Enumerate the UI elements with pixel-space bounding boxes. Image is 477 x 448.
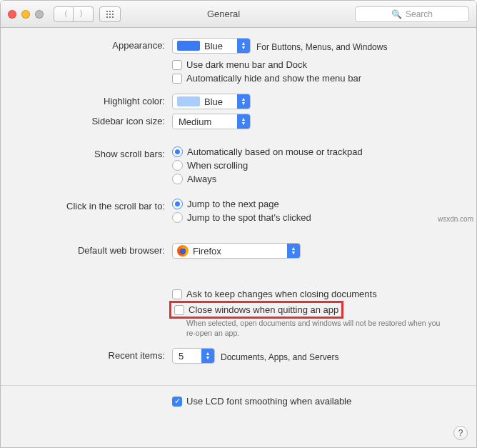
minimize-icon[interactable] <box>21 10 30 19</box>
appearance-label: Appearance: <box>22 38 172 51</box>
content: Appearance: Blue ▲▼ For Buttons, Menus, … <box>1 28 476 421</box>
clickscroll-spot-radio[interactable] <box>172 212 183 223</box>
appearance-value: Blue <box>200 41 237 51</box>
chevron-updown-icon: ▲▼ <box>237 39 250 53</box>
appearance-swatch <box>177 41 200 51</box>
dark-menu-checkbox[interactable] <box>172 60 182 70</box>
highlight-value: Blue <box>200 96 237 107</box>
recent-label: Recent items: <box>22 348 172 361</box>
preferences-window: 〈 〉 General 🔍 Search Appearance: Blue ▲▼ <box>0 0 477 448</box>
auto-hide-label: Automatically hide and show the menu bar <box>186 73 361 84</box>
chevron-updown-icon: ▲▼ <box>287 244 300 258</box>
highlight-swatch <box>177 96 200 106</box>
close-windows-label: Close windows when quitting an app <box>189 304 338 315</box>
browser-select[interactable]: Firefox ▲▼ <box>172 243 301 259</box>
sidebar-size-select[interactable]: Medium ▲▼ <box>172 114 251 129</box>
scrollbars-always-label: Always <box>187 174 216 184</box>
sidebar-label: Sidebar icon size: <box>22 114 172 126</box>
auto-hide-checkbox[interactable] <box>172 74 182 84</box>
scrollbars-scrolling-label: When scrolling <box>187 160 248 171</box>
help-button[interactable]: ? <box>453 426 468 440</box>
zoom-icon <box>35 10 44 19</box>
highlighted-option: Close windows when quitting an app <box>169 301 343 319</box>
window-controls <box>8 10 44 19</box>
scrollbars-label: Show scroll bars: <box>22 146 172 159</box>
ask-changes-checkbox[interactable] <box>172 289 182 299</box>
chevron-updown-icon: ▲▼ <box>201 349 214 363</box>
firefox-icon <box>177 245 189 257</box>
clickscroll-next-label: Jump to the next page <box>187 199 279 209</box>
browser-label: Default web browser: <box>22 243 172 256</box>
clickscroll-next-radio[interactable] <box>172 199 183 209</box>
scrollbars-always-radio[interactable] <box>172 174 183 184</box>
scrollbars-scrolling-radio[interactable] <box>172 160 183 171</box>
recent-suffix: Documents, Apps, and Servers <box>221 349 338 362</box>
clickscroll-label: Click in the scroll bar to: <box>22 199 172 211</box>
close-windows-checkbox[interactable] <box>174 305 184 315</box>
sidebar-size-value: Medium <box>173 116 237 127</box>
watermark: wsxdn.com <box>438 215 473 223</box>
recent-items-value: 5 <box>173 351 201 362</box>
separator <box>1 385 476 386</box>
highlight-select[interactable]: Blue ▲▼ <box>172 94 251 109</box>
lcd-smoothing-checkbox[interactable]: ✓ <box>172 397 182 407</box>
chevron-updown-icon: ▲▼ <box>237 114 250 129</box>
titlebar: 〈 〉 General 🔍 Search <box>1 1 476 28</box>
dark-menu-label: Use dark menu bar and Dock <box>186 59 307 70</box>
search-input[interactable]: 🔍 Search <box>355 6 469 22</box>
forward-button[interactable]: 〉 <box>74 6 94 22</box>
ask-changes-label: Ask to keep changes when closing documen… <box>186 289 377 299</box>
clickscroll-spot-label: Jump to the spot that's clicked <box>187 212 311 223</box>
chevron-updown-icon: ▲▼ <box>237 94 250 109</box>
close-icon[interactable] <box>8 10 16 19</box>
search-icon: 🔍 <box>391 9 402 19</box>
scrollbars-auto-label: Automatically based on mouse or trackpad <box>187 146 363 157</box>
window-title: General <box>98 9 349 19</box>
browser-value: Firefox <box>189 246 287 257</box>
highlight-label: Highlight color: <box>22 94 172 106</box>
search-placeholder: Search <box>406 9 433 19</box>
recent-items-select[interactable]: 5 ▲▼ <box>172 348 215 364</box>
appearance-hint: For Buttons, Menus, and Windows <box>256 39 387 52</box>
back-button[interactable]: 〈 <box>54 6 74 22</box>
lcd-smoothing-label: Use LCD font smoothing when available <box>186 396 351 407</box>
close-windows-help: When selected, open documents and window… <box>186 319 443 338</box>
appearance-select[interactable]: Blue ▲▼ <box>172 38 251 54</box>
scrollbars-auto-radio[interactable] <box>172 146 183 157</box>
